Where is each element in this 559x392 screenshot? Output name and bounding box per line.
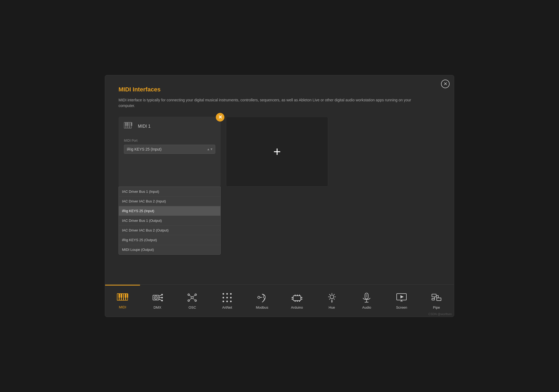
watermark: CSDN @wortfsen [428, 312, 452, 316]
nav-item-hue[interactable]: Hue [314, 285, 349, 317]
nav-item-dmx[interactable]: DMX [140, 285, 175, 317]
nav-item-pipe[interactable]: Pipe [419, 285, 454, 317]
card-header: MIDI 1 [124, 122, 215, 131]
add-midi-card-button[interactable]: + [226, 117, 328, 187]
nav-label-midi: MIDI [119, 305, 126, 309]
svg-rect-53 [292, 299, 293, 300]
nav-item-arduino[interactable]: Arduino [280, 285, 314, 317]
arduino-nav-icon [291, 292, 303, 303]
dropdown-item[interactable]: MIDI Loupe (Output) [119, 245, 220, 254]
svg-point-22 [161, 294, 163, 295]
audio-nav-icon [361, 292, 372, 303]
svg-point-40 [223, 301, 224, 302]
midi-port-dropdown-wrapper: IAC Driver Bus 1 (Input)IAC Driver IAC B… [124, 145, 215, 154]
svg-point-18 [155, 297, 156, 298]
dropdown-item[interactable]: IAC Driver IAC Bus 2 (Input) [119, 197, 220, 206]
page-title: MIDI Interfaces [119, 86, 440, 93]
svg-point-56 [330, 295, 334, 299]
svg-rect-67 [365, 293, 368, 299]
svg-rect-78 [437, 298, 441, 301]
dropdown-item[interactable]: IAC Driver Bus 1 (Output) [119, 216, 220, 226]
nav-item-modbus[interactable]: Modbus [245, 285, 280, 317]
artnet-nav-icon [221, 292, 233, 303]
midi-card-title: MIDI 1 [138, 124, 150, 129]
svg-rect-46 [295, 295, 296, 296]
svg-rect-4 [125, 122, 127, 126]
nav-label-hue: Hue [329, 305, 335, 309]
svg-line-63 [334, 294, 335, 295]
svg-point-24 [161, 300, 163, 301]
page-description: MIDI interface is typically for connecti… [119, 97, 414, 109]
svg-point-41 [226, 301, 228, 302]
svg-rect-48 [299, 295, 300, 296]
midi-port-label: MIDI Port [124, 139, 215, 142]
svg-rect-55 [301, 299, 302, 300]
svg-rect-47 [297, 295, 298, 296]
modal-container: ✕ MIDI Interfaces MIDI interface is typi… [105, 75, 454, 317]
svg-point-26 [188, 294, 189, 295]
svg-line-31 [193, 295, 195, 297]
osc-nav-icon [187, 292, 198, 303]
nav-label-modbus: Modbus [256, 305, 268, 309]
svg-line-32 [189, 298, 191, 300]
svg-rect-79 [432, 298, 435, 300]
svg-rect-14 [125, 294, 126, 298]
add-card-plus-icon: + [273, 145, 281, 158]
nav-item-audio[interactable]: Audio [349, 285, 384, 317]
svg-point-43 [258, 296, 260, 298]
nav-item-artnet[interactable]: ArtNet [210, 285, 245, 317]
remove-card-button[interactable]: ✕ [216, 113, 224, 122]
svg-line-33 [193, 298, 195, 300]
svg-rect-13 [121, 294, 122, 298]
svg-point-42 [230, 301, 232, 302]
svg-point-25 [191, 297, 193, 299]
nav-label-dmx: DMX [153, 305, 161, 309]
svg-point-38 [226, 297, 228, 298]
svg-point-39 [230, 297, 232, 298]
svg-line-61 [329, 294, 330, 295]
midi-nav-icon [117, 293, 128, 303]
screen-nav-icon [396, 292, 407, 303]
dropdown-item[interactable]: iRig KEYS 25 (Output) [119, 235, 220, 245]
nav-item-midi[interactable]: MIDI [105, 285, 140, 317]
svg-line-62 [334, 299, 335, 300]
nav-label-pipe: Pipe [433, 305, 440, 309]
svg-rect-15 [127, 294, 128, 298]
nav-label-artnet: ArtNet [222, 305, 232, 309]
dmx-nav-icon [152, 292, 163, 303]
dropdown-item[interactable]: IAC Driver Bus 1 (Input) [119, 187, 220, 197]
modal-close-button[interactable]: ✕ [441, 80, 450, 88]
midi-port-dropdown-menu: IAC Driver Bus 1 (Input)IAC Driver IAC B… [119, 187, 221, 255]
bottom-nav: MIDI DMX [105, 284, 454, 317]
dropdown-item[interactable]: iRig KEYS 25 (Input) [119, 206, 220, 216]
midi-card-icon [124, 122, 134, 131]
svg-rect-5 [127, 122, 128, 126]
svg-rect-50 [297, 301, 298, 302]
svg-rect-49 [295, 301, 296, 302]
svg-rect-77 [432, 294, 436, 297]
nav-item-osc[interactable]: OSC [175, 285, 210, 317]
cards-row: ✕ MIDI 1 [119, 117, 440, 187]
hue-nav-icon [326, 292, 338, 303]
nav-item-screen[interactable]: Screen [384, 285, 419, 317]
modbus-nav-icon [256, 292, 268, 303]
svg-rect-54 [301, 297, 302, 298]
midi-port-select[interactable]: IAC Driver Bus 1 (Input)IAC Driver IAC B… [124, 145, 215, 154]
pipe-nav-icon [431, 292, 442, 303]
svg-point-35 [226, 293, 228, 295]
svg-point-36 [230, 293, 232, 295]
svg-point-23 [161, 297, 163, 298]
svg-line-64 [329, 299, 330, 300]
svg-point-29 [195, 300, 196, 301]
svg-rect-52 [292, 297, 293, 298]
svg-marker-74 [400, 295, 404, 298]
svg-point-28 [188, 300, 189, 301]
svg-rect-51 [299, 301, 300, 302]
svg-line-30 [189, 295, 191, 297]
svg-rect-6 [131, 122, 132, 126]
dropdown-item[interactable]: IAC Driver IAC Bus 2 (Output) [119, 226, 220, 235]
nav-label-arduino: Arduino [291, 305, 303, 309]
svg-point-27 [195, 294, 196, 295]
nav-label-osc: OSC [188, 305, 196, 309]
midi-card-1: ✕ MIDI 1 [119, 117, 221, 187]
